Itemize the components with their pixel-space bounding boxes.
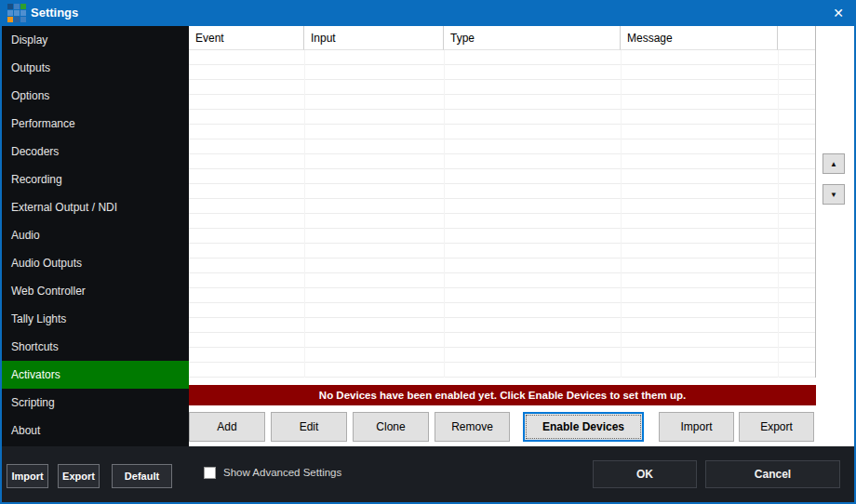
sidebar-item-about[interactable]: About	[2, 417, 189, 444]
no-devices-banner: No Devices have been enabled yet. Click …	[189, 385, 816, 405]
close-icon[interactable]: ✕	[823, 0, 854, 26]
sidebar-item-decoders[interactable]: Decoders	[2, 138, 189, 166]
settings-window: Settings ✕ Display Outputs Options Perfo…	[0, 0, 856, 504]
clone-button[interactable]: Clone	[353, 412, 429, 442]
sidebar-item-audio[interactable]: Audio	[2, 221, 189, 249]
vmix-logo-icon	[7, 4, 26, 22]
window-title: Settings	[31, 0, 78, 26]
content-panel: Event Input Type Message ▲ ▼ No Devices …	[189, 26, 854, 446]
import-activators-button[interactable]: Import	[659, 412, 734, 442]
cancel-button[interactable]: Cancel	[705, 460, 840, 488]
column-header-event[interactable]: Event	[189, 26, 304, 50]
arrow-down-icon: ▼	[830, 191, 837, 199]
move-down-button[interactable]: ▼	[823, 184, 845, 205]
remove-button[interactable]: Remove	[435, 412, 510, 442]
sidebar: Display Outputs Options Performance Deco…	[2, 26, 189, 446]
move-up-button[interactable]: ▲	[823, 153, 845, 174]
column-divider	[304, 50, 305, 378]
sidebar-item-recording[interactable]: Recording	[2, 166, 189, 193]
column-header-type[interactable]: Type	[444, 26, 621, 50]
default-settings-button[interactable]: Default	[112, 464, 172, 488]
sidebar-item-scripting[interactable]: Scripting	[2, 389, 189, 417]
sidebar-item-activators[interactable]: Activators	[2, 361, 189, 389]
column-divider	[444, 50, 445, 378]
enable-devices-button[interactable]: Enable Devices	[523, 412, 644, 442]
sidebar-item-options[interactable]: Options	[2, 82, 189, 110]
column-header-input[interactable]: Input	[304, 26, 444, 50]
ok-button[interactable]: OK	[593, 460, 697, 488]
sidebar-item-web-controller[interactable]: Web Controller	[2, 277, 189, 305]
export-activators-button[interactable]: Export	[739, 412, 814, 442]
column-header-message[interactable]: Message	[621, 26, 778, 50]
sidebar-item-external-output-ndi[interactable]: External Output / NDI	[2, 193, 189, 221]
titlebar[interactable]: Settings ✕	[0, 0, 856, 26]
bottom-bar: Import Export Default Show Advanced Sett…	[2, 446, 854, 502]
column-divider	[778, 50, 779, 378]
sidebar-item-display[interactable]: Display	[2, 26, 189, 54]
sidebar-item-audio-outputs[interactable]: Audio Outputs	[2, 249, 189, 277]
export-settings-button[interactable]: Export	[58, 464, 100, 488]
table-body-empty	[189, 50, 815, 378]
sidebar-item-outputs[interactable]: Outputs	[2, 54, 189, 82]
edit-button[interactable]: Edit	[271, 412, 347, 442]
arrow-up-icon: ▲	[830, 160, 837, 168]
sidebar-item-shortcuts[interactable]: Shortcuts	[2, 333, 189, 361]
import-settings-button[interactable]: Import	[7, 464, 48, 488]
banner-text: No Devices have been enabled yet. Click …	[319, 390, 686, 401]
add-button[interactable]: Add	[189, 412, 265, 442]
activators-table: Event Input Type Message	[189, 26, 816, 378]
sidebar-item-tally-lights[interactable]: Tally Lights	[2, 305, 189, 333]
column-divider	[621, 50, 622, 378]
sidebar-item-performance[interactable]: Performance	[2, 110, 189, 138]
show-advanced-checkbox[interactable]	[204, 467, 216, 479]
table-header: Event Input Type Message	[189, 26, 815, 50]
column-header-spacer	[778, 26, 815, 50]
show-advanced-label: Show Advanced Settings	[223, 465, 341, 481]
